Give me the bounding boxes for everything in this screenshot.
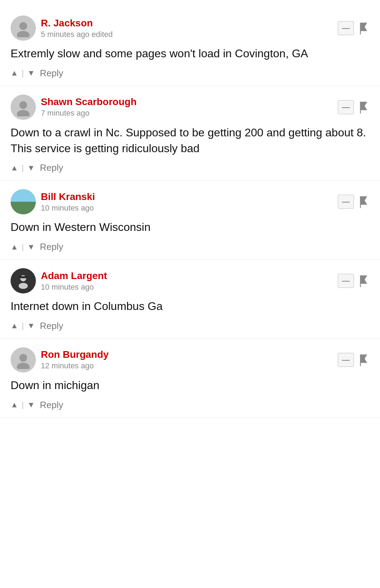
timestamp: 10 minutes ago [41,283,107,292]
avatar [11,268,36,293]
username[interactable]: Shawn Scarborough [41,96,137,108]
svg-point-0 [19,22,27,30]
comment-body: Down in michigan [11,377,369,393]
vote-row: ▲ | ▼ Reply [11,400,369,414]
downvote-button[interactable]: ▼ [27,243,35,252]
svg-point-1 [17,31,30,37]
downvote-button[interactable]: ▼ [27,321,35,330]
comment-header: Shawn Scarborough 7 minutes ago — [11,95,369,120]
avatar [11,15,36,41]
upvote-button[interactable]: ▲ [11,400,18,409]
flag-icon[interactable] [358,22,369,34]
comment-header: Adam Largent 10 minutes ago — [11,268,369,293]
comment-actions-right: — [338,274,369,288]
comment-actions-right: — [338,100,369,114]
user-info: Ron Burgandy 12 minutes ago [41,349,109,370]
comment-header: R. Jackson 5 minutes ago edited — [11,15,369,41]
collapse-button[interactable]: — [338,353,354,367]
flag-icon[interactable] [358,195,369,208]
comment-header-left: Shawn Scarborough 7 minutes ago [11,95,137,120]
reply-button[interactable]: Reply [40,162,63,173]
flag-icon[interactable] [358,274,369,287]
svg-point-13 [17,363,30,369]
upvote-button[interactable]: ▲ [11,163,18,173]
comment-header-left: Adam Largent 10 minutes ago [11,268,107,293]
avatar [11,95,36,120]
collapse-button[interactable]: — [338,21,354,35]
vote-separator: | [22,243,24,252]
user-info: Bill Kranski 10 minutes ago [41,191,95,213]
comment-actions-right: — [338,353,369,367]
reply-button[interactable]: Reply [40,68,63,79]
username[interactable]: Bill Kranski [41,191,95,202]
collapse-button[interactable]: — [338,274,354,288]
timestamp: 5 minutes ago edited [41,30,113,39]
user-info: Shawn Scarborough 7 minutes ago [41,96,137,118]
vote-row: ▲ | ▼ Reply [11,68,369,82]
svg-point-3 [19,101,27,109]
comment-header-left: Bill Kranski 10 minutes ago [11,189,95,214]
downvote-button[interactable]: ▼ [27,69,35,78]
comment-sscarborough: Shawn Scarborough 7 minutes ago — Down t… [0,86,380,181]
avatar [11,347,36,373]
flag-icon[interactable] [358,354,369,366]
upvote-button[interactable]: ▲ [11,321,18,330]
comment-rjackson: R. Jackson 5 minutes ago edited — Extrem… [0,7,380,86]
comment-body: Down to a crawl in Nc. Supposed to be ge… [11,125,369,156]
username[interactable]: R. Jackson [41,18,113,29]
comment-rburgandy: Ron Burgandy 12 minutes ago — Down in mi… [0,339,380,418]
comment-header: Ron Burgandy 12 minutes ago — [11,347,369,373]
downvote-button[interactable]: ▼ [27,400,35,409]
comment-body: Down in Western Wisconsin [11,219,369,235]
username[interactable]: Adam Largent [41,270,107,282]
comment-body: Internet down in Columbus Ga [11,298,369,314]
upvote-button[interactable]: ▲ [11,69,18,78]
comment-actions-right: — [338,21,369,35]
vote-row: ▲ | ▼ Reply [11,321,369,335]
collapse-button[interactable]: — [338,100,354,114]
collapse-button[interactable]: — [338,195,354,209]
comment-header-left: Ron Burgandy 12 minutes ago [11,347,109,373]
svg-point-10 [19,283,28,289]
timestamp: 12 minutes ago [41,361,109,370]
comment-actions-right: — [338,195,369,209]
svg-rect-9 [19,276,28,277]
comment-bkranski: Bill Kranski 10 minutes ago — Down in We… [0,181,380,260]
svg-point-12 [19,354,27,362]
vote-row: ▲ | ▼ Reply [11,162,369,177]
vote-row: ▲ | ▼ Reply [11,241,369,256]
avatar [11,189,36,214]
username[interactable]: Ron Burgandy [41,349,109,360]
comment-body: Extremly slow and some pages won't load … [11,46,369,62]
timestamp: 10 minutes ago [41,203,95,213]
svg-point-4 [17,110,30,116]
upvote-button[interactable]: ▲ [11,243,18,252]
reply-button[interactable]: Reply [40,400,63,411]
timestamp: 7 minutes ago [41,109,137,118]
vote-separator: | [22,69,24,78]
flag-icon[interactable] [358,101,369,114]
reply-button[interactable]: Reply [40,321,63,331]
user-info: Adam Largent 10 minutes ago [41,270,107,292]
vote-separator: | [22,321,24,330]
comments-list: R. Jackson 5 minutes ago edited — Extrem… [0,0,380,425]
reply-button[interactable]: Reply [40,241,63,252]
vote-separator: | [22,400,24,409]
vote-separator: | [22,163,24,173]
comment-header: Bill Kranski 10 minutes ago — [11,189,369,214]
downvote-button[interactable]: ▼ [27,163,35,173]
comment-alargent: Adam Largent 10 minutes ago — Internet d… [0,260,380,339]
comment-header-left: R. Jackson 5 minutes ago edited [11,15,113,41]
user-info: R. Jackson 5 minutes ago edited [41,18,113,39]
